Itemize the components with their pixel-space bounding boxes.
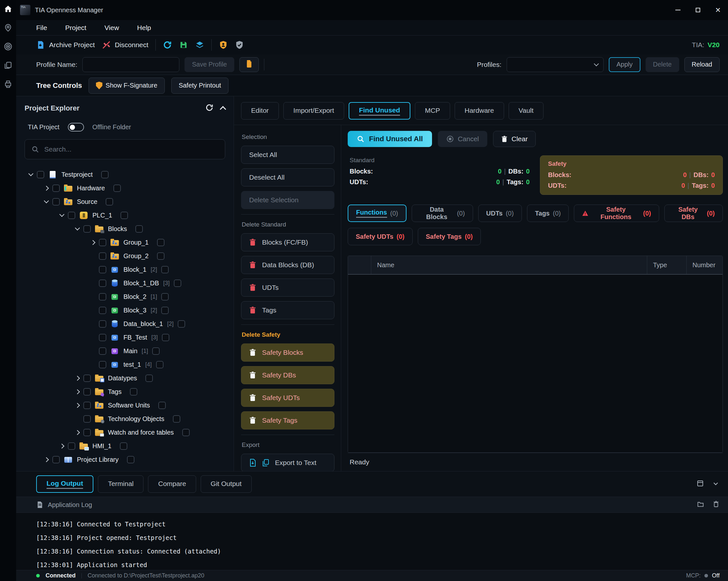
delete-standard-button[interactable]: Blocks (FC/FB) <box>241 233 334 252</box>
profile-folder-button[interactable] <box>239 57 259 72</box>
tree-checkbox-secondary[interactable] <box>162 334 169 341</box>
tree-checkbox[interactable] <box>52 456 60 464</box>
tree-item[interactable]: Testproject <box>25 168 225 181</box>
tree-checkbox[interactable] <box>83 374 91 382</box>
main-tab[interactable]: Vault <box>509 102 544 120</box>
clear-log-icon[interactable] <box>712 501 720 509</box>
delete-profile-button[interactable]: Delete <box>646 57 679 72</box>
filter-chip[interactable]: Data Blocks (0) <box>412 205 473 222</box>
main-tab[interactable]: Import/Export <box>283 102 344 120</box>
delete-safety-button[interactable]: Safety Blocks <box>241 343 334 362</box>
tree-checkbox-secondary[interactable] <box>135 225 143 233</box>
bottom-tab[interactable]: Log Output <box>36 475 94 493</box>
tree-expander-icon[interactable] <box>59 443 64 449</box>
tree-item[interactable]: Blocks <box>25 222 225 236</box>
tree-expander-icon[interactable] <box>44 199 49 204</box>
tree-checkbox[interactable] <box>99 347 106 355</box>
selection-button[interactable]: Delete Selection <box>241 191 334 209</box>
tree-checkbox-secondary[interactable] <box>156 361 163 368</box>
printer-icon[interactable] <box>4 79 12 90</box>
minimize-button[interactable] <box>668 0 688 20</box>
tree-checkbox-secondary[interactable] <box>146 374 153 382</box>
main-tab[interactable]: Find Unused <box>349 102 410 120</box>
safety-user-shield-button[interactable] <box>219 41 228 49</box>
tree-checkbox-secondary[interactable] <box>158 402 166 409</box>
tree-checkbox[interactable] <box>52 185 60 192</box>
tree-checkbox[interactable] <box>68 212 75 219</box>
tree-item[interactable]: test_1 [4] <box>25 358 225 371</box>
selection-button[interactable]: Select All <box>241 146 334 164</box>
tree-expander-icon[interactable] <box>75 403 80 408</box>
clear-button[interactable]: Clear <box>493 131 536 147</box>
tree-checkbox-secondary[interactable] <box>174 280 181 287</box>
find-unused-all-button[interactable]: Find Unused All <box>348 131 432 147</box>
profiles-select[interactable] <box>506 57 604 72</box>
type-column-header[interactable]: Type <box>647 256 686 274</box>
layers-button[interactable] <box>195 41 204 49</box>
tree-item[interactable]: FB_Test [3] <box>25 331 225 344</box>
tree-item[interactable]: Source <box>25 195 225 208</box>
tree-checkbox-secondary[interactable] <box>127 456 134 464</box>
tree-item[interactable]: Main [1] <box>25 344 225 358</box>
bottom-tab[interactable]: Git Output <box>201 475 252 493</box>
panel-collapse-chevron-icon[interactable] <box>712 479 720 488</box>
tree-checkbox[interactable] <box>99 266 106 273</box>
open-log-folder-icon[interactable] <box>697 501 704 509</box>
bottom-tab[interactable]: Terminal <box>98 475 144 493</box>
tree-checkbox[interactable] <box>99 280 106 287</box>
tree-item[interactable]: Block_1 [2] <box>25 263 225 276</box>
safety-printout-button[interactable]: Safety Printout <box>171 78 229 94</box>
selection-button[interactable]: Deselect All <box>241 168 334 186</box>
tree-checkbox[interactable] <box>83 225 91 233</box>
tree-item[interactable]: HMI_1 <box>25 439 225 453</box>
tree-item[interactable]: Block_2 [1] <box>25 290 225 303</box>
profile-name-input[interactable] <box>82 57 179 72</box>
filter-chip[interactable]: Safety UDTs (0) <box>348 228 413 245</box>
tree-checkbox-secondary[interactable] <box>152 347 160 355</box>
tree-checkbox[interactable] <box>99 320 106 328</box>
tree-checkbox[interactable] <box>99 334 106 341</box>
tree-checkbox[interactable] <box>99 253 106 260</box>
bottom-tab[interactable]: Compare <box>148 475 196 493</box>
maximize-button[interactable] <box>688 0 708 20</box>
delete-safety-button[interactable]: Safety DBs <box>241 366 334 384</box>
main-tab[interactable]: Hardware <box>454 102 504 120</box>
delete-safety-button[interactable]: Safety Tags <box>241 411 334 429</box>
tree-item[interactable]: PLC_1 <box>25 208 225 222</box>
tree-checkbox-secondary[interactable] <box>161 293 169 300</box>
tree-expander-icon[interactable] <box>75 226 80 231</box>
search-input[interactable] <box>44 146 218 153</box>
filter-chip[interactable]: Safety DBs (0) <box>664 205 723 222</box>
tree-item[interactable]: Block_3 [2] <box>25 303 225 317</box>
cancel-button[interactable]: Cancel <box>438 131 487 147</box>
tree-expander-icon[interactable] <box>44 185 49 191</box>
tree-checkbox-secondary[interactable] <box>178 320 185 328</box>
menu-item[interactable]: File <box>36 24 47 32</box>
tree-checkbox-secondary[interactable] <box>173 415 180 423</box>
location-pin-icon[interactable] <box>4 23 12 34</box>
tree-checkbox-secondary[interactable] <box>161 266 169 273</box>
tree-expander-icon[interactable] <box>75 389 80 394</box>
tree-checkbox[interactable] <box>83 402 91 409</box>
collapse-panel-icon[interactable] <box>220 106 226 112</box>
tree-expander-icon[interactable] <box>59 212 64 217</box>
tree-expander-icon[interactable] <box>75 375 80 381</box>
filter-chip[interactable]: Tags (0) <box>527 205 569 222</box>
tree-checkbox-secondary[interactable] <box>161 307 169 314</box>
menu-item[interactable]: Help <box>137 24 151 32</box>
tree-checkbox[interactable] <box>83 429 91 436</box>
tree-item[interactable]: Group_1 <box>25 236 225 249</box>
tree-checkbox[interactable] <box>99 307 106 314</box>
log-output-area[interactable]: [12:38:16] Connected to Testproject[12:3… <box>16 513 728 570</box>
tree-checkbox[interactable] <box>52 198 60 206</box>
tree-expander-icon[interactable] <box>28 171 34 177</box>
refresh-button[interactable] <box>163 41 172 49</box>
delete-standard-button[interactable]: UDTs <box>241 279 334 297</box>
explorer-refresh-button[interactable] <box>205 103 214 113</box>
tree-checkbox-secondary[interactable] <box>121 212 128 219</box>
filter-chip[interactable]: Safety Tags (0) <box>418 228 481 245</box>
tree-checkbox-secondary[interactable] <box>182 429 190 436</box>
apply-button[interactable]: Apply <box>609 57 641 72</box>
tree-item[interactable]: Software Units <box>25 398 225 412</box>
home-icon[interactable] <box>4 4 12 15</box>
